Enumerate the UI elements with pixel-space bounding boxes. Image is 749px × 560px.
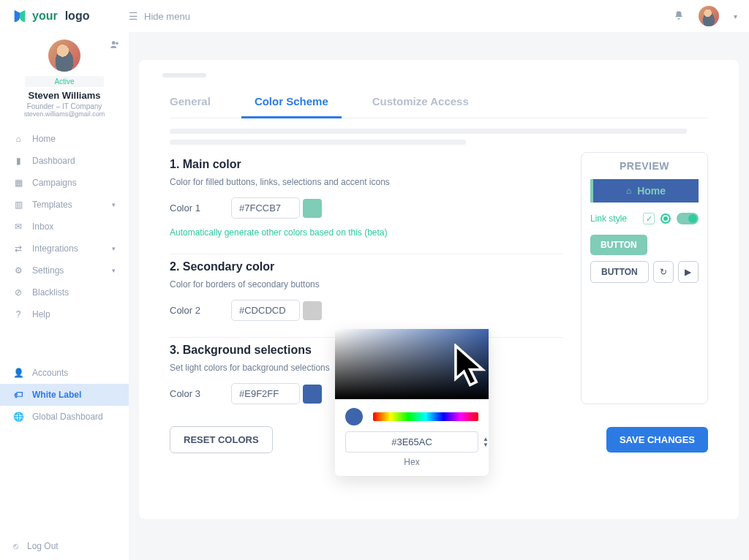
section-main-color-desc: Color for filled buttons, links, selecti… (170, 177, 563, 187)
chevron-down-icon: ▾ (112, 245, 116, 252)
color-picker-hue-slider[interactable] (373, 412, 478, 421)
chevron-down-icon: ▾ (112, 201, 116, 208)
section-main-color-title: 1. Main color (170, 158, 563, 171)
user-icon: 👤 (13, 368, 23, 378)
color1-swatch[interactable] (303, 199, 322, 218)
color-picker-hex-input[interactable] (345, 431, 478, 453)
tab-color-scheme[interactable]: Color Scheme (255, 89, 328, 118)
integrations-icon: ⇄ (13, 243, 23, 254)
sidebar-item-global-dashboard[interactable]: 🌐Global Dashboard (0, 406, 129, 428)
inbox-icon: ✉ (13, 222, 23, 232)
home-icon: ⌂ (13, 134, 23, 144)
hex-label: Hex (335, 457, 489, 467)
globe-icon: 🌐 (13, 412, 23, 422)
sidebar-item-campaigns[interactable]: ▦Campaigns (0, 172, 129, 194)
preview-outline-button[interactable]: BUTTON (590, 261, 649, 283)
color3-input[interactable] (231, 383, 300, 404)
reset-colors-button[interactable]: RESET COLORS (170, 426, 273, 453)
chevron-down-icon: ▾ (112, 267, 116, 274)
sidebar-item-inbox[interactable]: ✉Inbox (0, 216, 129, 238)
auto-generate-link[interactable]: Automatically generate other colors base… (170, 227, 563, 238)
sidebar-item-help[interactable]: ?Help (0, 303, 129, 325)
sidebar-item-blacklists[interactable]: ⊘Blacklists (0, 281, 129, 303)
sidebar-item-white-label[interactable]: 🏷White Label (0, 384, 129, 406)
link-style-label: Link style (590, 213, 627, 224)
sidebar-item-dashboard[interactable]: ▮Dashboard (0, 150, 129, 172)
topbar: your logo ☰ Hide menu ▾ (0, 0, 749, 32)
profile-avatar[interactable] (48, 39, 80, 72)
color2-input[interactable] (231, 300, 300, 321)
gear-icon: ⚙ (13, 265, 23, 276)
sidebar: Active Steven Williams Founder – IT Comp… (0, 32, 129, 560)
divider (170, 254, 563, 254)
chart-icon: ▮ (13, 156, 23, 166)
refresh-icon-button[interactable]: ↻ (653, 261, 674, 283)
color-picker-popup[interactable]: ▲▼ Hex (335, 329, 489, 476)
color3-swatch[interactable] (303, 385, 322, 404)
help-icon: ? (13, 309, 23, 319)
sidebar-item-accounts[interactable]: 👤Accounts (0, 362, 129, 384)
hide-menu-toggle[interactable]: ☰ Hide menu (129, 10, 190, 22)
logout-icon: ⎋ (13, 541, 18, 551)
tabs: General Color Scheme Customize Access (170, 89, 708, 118)
preview-filled-button[interactable]: BUTTON (590, 235, 647, 255)
bell-icon[interactable] (674, 10, 684, 23)
preview-radio[interactable] (660, 213, 671, 224)
loading-placeholder (162, 73, 206, 77)
color1-input[interactable] (231, 197, 300, 219)
tab-customize-access[interactable]: Customize Access (372, 89, 469, 118)
preview-title: PREVIEW (590, 160, 699, 172)
profile-role: Founder – IT Company (6, 102, 123, 110)
placeholder-lines (170, 129, 708, 145)
color3-label: Color 3 (170, 388, 211, 399)
status-badge: Active (25, 76, 103, 87)
preview-checkbox[interactable]: ✓ (643, 213, 655, 224)
tag-icon: 🏷 (13, 390, 23, 400)
brand-logo[interactable]: your logo (12, 8, 129, 24)
collapse-menu-icon: ☰ (129, 10, 138, 22)
profile-block: Active Steven Williams Founder – IT Comp… (0, 32, 129, 122)
sidebar-item-templates[interactable]: ▥Templates▾ (0, 194, 129, 216)
profile-email: steven.williams@gmail.com (6, 110, 123, 118)
grid-icon: ▦ (13, 178, 23, 188)
color2-label: Color 2 (170, 305, 211, 316)
svg-point-0 (112, 41, 116, 45)
preview-toggle[interactable] (677, 213, 699, 224)
logo-text-2: logo (65, 10, 90, 23)
color-picker-preview-swatch (345, 408, 363, 425)
tab-general[interactable]: General (170, 89, 211, 118)
profile-name: Steven Williams (6, 90, 123, 101)
logo-text-1: your (32, 10, 58, 23)
color1-label: Color 1 (170, 203, 211, 213)
sidebar-item-settings[interactable]: ⚙Settings▾ (0, 260, 129, 281)
user-avatar[interactable] (699, 6, 719, 26)
hide-menu-label: Hide menu (144, 11, 190, 22)
step-down-icon[interactable]: ▼ (483, 442, 489, 448)
color-picker-saturation[interactable] (335, 329, 489, 399)
hex-stepper[interactable]: ▲▼ (483, 436, 489, 448)
logout-button[interactable]: ⎋Log Out (0, 531, 129, 560)
sidebar-item-home[interactable]: ⌂Home (0, 128, 129, 150)
logo-mark-icon (12, 8, 28, 24)
save-changes-button[interactable]: SAVE CHANGES (606, 427, 708, 453)
sidebar-item-integrations[interactable]: ⇄Integrations▾ (0, 238, 129, 260)
team-icon[interactable] (110, 39, 120, 52)
color2-swatch[interactable] (303, 301, 322, 320)
home-icon: ⌂ (626, 186, 631, 196)
section-secondary-color-title: 2. Secondary color (170, 260, 563, 273)
section-secondary-color-desc: Color for borders of secondary buttons (170, 279, 563, 290)
play-icon-button[interactable]: ▶ (678, 261, 699, 283)
templates-icon: ▥ (13, 200, 23, 210)
svg-point-1 (116, 42, 118, 45)
preview-home-button[interactable]: ⌂ Home (590, 179, 699, 203)
chevron-down-icon[interactable]: ▾ (734, 12, 737, 20)
blacklist-icon: ⊘ (13, 287, 23, 298)
preview-card: PREVIEW ⌂ Home Link style ✓ BUTTON BUTTO… (581, 152, 708, 404)
